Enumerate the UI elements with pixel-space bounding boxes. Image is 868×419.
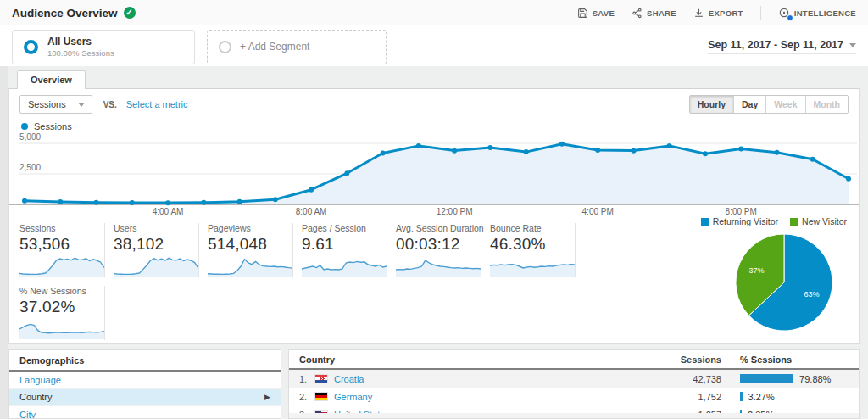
segment-bar: All Users 100.00% Sessions + Add Segment… (0, 25, 868, 66)
sessions-line-chart[interactable]: 2,5005,0004:00 AM8:00 AM12:00 PM4:00 PM8… (9, 130, 859, 218)
verified-check-icon: ✓ (124, 7, 136, 19)
add-segment-button[interactable]: + Add Segment (207, 30, 387, 64)
overview-panel: Sessions VS. Select a metric Hourly Day … (8, 88, 860, 344)
share-icon (632, 8, 643, 19)
metric-select-value: Sessions (28, 99, 66, 109)
segment-sublabel: 100.00% Sessions (47, 48, 114, 58)
metric-card-sessions: Sessions 53,506 (19, 223, 105, 277)
svg-text:4:00 PM: 4:00 PM (582, 207, 614, 216)
add-segment-label: + Add Segment (240, 41, 309, 53)
pages-per-session-sparkline (302, 255, 387, 277)
metric-card-bounce-rate: Bounce Rate 46.30% (490, 223, 576, 277)
top-header: Audience Overview ✓ SAVE SHARE EXPORT (0, 0, 868, 66)
svg-text:8:00 AM: 8:00 AM (296, 207, 327, 216)
actions-divider (760, 6, 761, 20)
collapsed-sidebar-strip (0, 66, 8, 419)
export-icon (693, 8, 704, 19)
table-row-partial (289, 413, 859, 418)
select-a-metric-link[interactable]: Select a metric (126, 99, 188, 109)
demographics-item-language[interactable]: Language (9, 372, 281, 389)
date-range-text: Sep 11, 2017 - Sep 11, 2017 (708, 39, 843, 51)
bounce-rate-sparkline (490, 255, 575, 277)
demographics-item-country[interactable]: Country ▶ (9, 389, 281, 407)
save-button[interactable]: SAVE (577, 8, 615, 19)
demographics-panel: Demographics Language Country ▶ City (8, 349, 281, 419)
users-sparkline (114, 255, 198, 277)
visitor-type-pie-wrap: 63%37% (733, 232, 835, 333)
metric-cards: Sessions 53,506 Users 38,102 Pageviews 5… (19, 223, 849, 342)
metric-card-avg-session-duration: Avg. Session Duration 00:03:12 (396, 223, 481, 277)
svg-text:37%: 37% (749, 266, 765, 275)
intelligence-button[interactable]: INTELLIGENCE (778, 7, 856, 19)
vs-label: VS. (103, 100, 117, 109)
table-row-croatia[interactable]: 1. Croatia 42,738 79.88% (289, 370, 859, 388)
pageviews-sparkline (208, 255, 292, 277)
tab-overview[interactable]: Overview (17, 70, 86, 89)
svg-text:8:00 PM: 8:00 PM (726, 207, 757, 216)
pct-sessions-bar (740, 392, 743, 401)
avg-session-duration-sparkline (396, 255, 481, 277)
granularity-hourly-button[interactable]: Hourly (690, 96, 733, 113)
table-row-germany[interactable]: 2. Germany 1,752 3.27% (289, 388, 859, 405)
date-range-selector[interactable]: Sep 11, 2017 - Sep 11, 2017 (708, 39, 856, 54)
svg-text:12:00 PM: 12:00 PM (437, 207, 473, 216)
chevron-down-icon (849, 43, 856, 47)
new-sessions-sparkline (19, 318, 104, 340)
segment-label: All Users (47, 36, 114, 47)
metric-card-pages-per-session: Pages / Session 9.61 (302, 223, 387, 277)
svg-text:4:00 AM: 4:00 AM (153, 207, 184, 216)
page-title: Audience Overview (12, 7, 118, 20)
granularity-week-button: Week (765, 96, 804, 113)
metric-card-new-sessions: % New Sessions 37.02% (19, 286, 105, 340)
title-row: Audience Overview ✓ SAVE SHARE EXPORT (0, 0, 868, 25)
intelligence-icon (778, 7, 790, 19)
sessions-sparkline (19, 255, 104, 277)
report-actions: SAVE SHARE EXPORT INTELLIGENC (577, 6, 856, 20)
export-button[interactable]: EXPORT (693, 8, 743, 19)
chevron-down-icon (78, 103, 85, 107)
add-segment-circle-icon (219, 41, 231, 53)
chart-toolbar: Sessions VS. Select a metric Hourly Day … (19, 95, 849, 114)
country-table-header: Country Sessions % Sessions (289, 350, 859, 370)
save-icon (577, 8, 588, 19)
visitor-type-pie-chart[interactable]: 63%37% (733, 232, 835, 333)
segment-all-users[interactable]: All Users 100.00% Sessions (12, 30, 195, 64)
granularity-button-group: Hourly Day Week Month (689, 95, 849, 114)
svg-text:63%: 63% (804, 290, 819, 299)
granularity-month-button: Month (805, 96, 849, 113)
pct-sessions-bar (740, 374, 793, 383)
country-table-panel: Country Sessions % Sessions 1. Croatia 4… (288, 349, 860, 419)
country-link[interactable]: Germany (334, 392, 372, 402)
germany-flag-icon (314, 392, 328, 401)
demographics-title: Demographics (9, 350, 281, 372)
svg-text:2,500: 2,500 (19, 163, 41, 172)
metric-select-dropdown[interactable]: Sessions (19, 95, 92, 114)
share-button[interactable]: SHARE (632, 8, 676, 19)
granularity-day-button[interactable]: Day (733, 96, 765, 113)
svg-text:5,000: 5,000 (19, 132, 41, 142)
metric-card-users: Users 38,102 (114, 223, 199, 277)
metric-card-pageviews: Pageviews 514,048 (208, 223, 293, 277)
chevron-right-icon: ▶ (264, 393, 270, 401)
croatia-flag-icon (314, 374, 328, 383)
demographics-item-city[interactable]: City (9, 406, 281, 419)
sessions-legend-dot-icon (21, 123, 28, 130)
intelligence-badge (787, 14, 793, 21)
segment-circle-icon (24, 40, 38, 54)
country-link[interactable]: Croatia (334, 374, 364, 384)
